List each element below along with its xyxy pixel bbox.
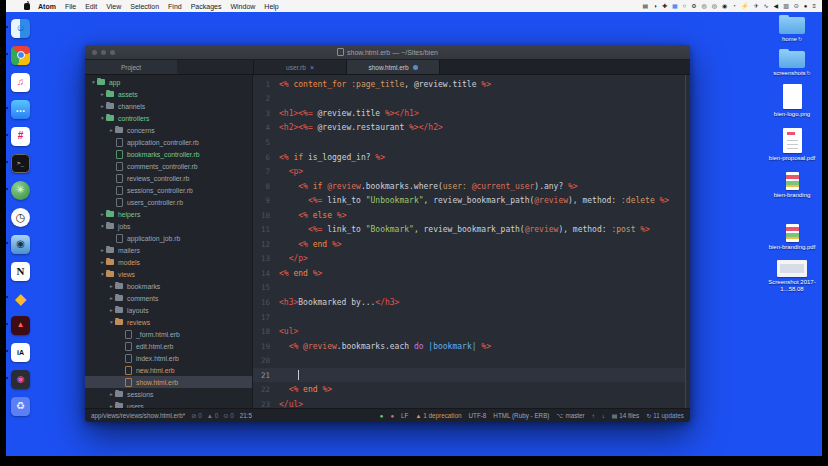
disclosure-icon[interactable]: ▸	[99, 91, 106, 97]
disclosure-icon[interactable]: ▾	[90, 79, 97, 85]
menubar-status-icon-8[interactable]: ◉	[722, 3, 727, 9]
tree-item-comments_controller.rb[interactable]: comments_controller.rb	[85, 160, 252, 172]
status-green[interactable]: ●	[380, 413, 384, 419]
close-tab-icon[interactable]: ×	[310, 64, 314, 71]
menubar-status-icon-16[interactable]: ●	[804, 3, 808, 9]
status-utf-8[interactable]: UTF-8	[469, 412, 487, 419]
menu-packages[interactable]: Packages	[191, 3, 222, 10]
code-line-14[interactable]: 14<% end %>	[253, 266, 686, 281]
code-line-5[interactable]: 5	[253, 135, 686, 150]
code-line-11[interactable]: 11 <%= link_to "Bookmark", review_bookma…	[253, 222, 686, 237]
menubar-status-icon-9[interactable]: ◔	[732, 3, 736, 9]
tree-item-concerns[interactable]: ▸concerns	[85, 124, 252, 136]
menubar-status-icon-4[interactable]: ○	[683, 3, 687, 9]
code-line-19[interactable]: 19 <% @review.bookmarks.each do |bookmar…	[253, 339, 686, 354]
tree-item-models[interactable]: ▸models	[85, 256, 252, 268]
status-file-path[interactable]: app/views/reviews/show.html.erb*	[91, 412, 185, 419]
menu-file[interactable]: File	[65, 3, 76, 10]
code-line-2[interactable]: 2	[253, 92, 686, 107]
disclosure-icon[interactable]: ▾	[99, 271, 106, 277]
dock-acrobat[interactable]: ▲	[11, 315, 31, 335]
dock-sketch[interactable]: ◆	[11, 288, 31, 308]
menubar-status-icon-5[interactable]: ⚙	[691, 3, 696, 9]
tab-project[interactable]: Project	[85, 60, 177, 74]
disclosure-icon[interactable]: ▾	[108, 319, 115, 325]
menubar-status-icon-7[interactable]: ◎	[712, 3, 717, 9]
tree-item-edit.html.erb[interactable]: edit.html.erb	[85, 340, 252, 352]
status-master[interactable]: ⌥master	[556, 412, 584, 419]
tree-item-users_controller.rb[interactable]: users_controller.rb	[85, 196, 252, 208]
code-line-17[interactable]: 17	[253, 310, 686, 325]
menubar-status-icon-6[interactable]: ◎	[702, 3, 707, 9]
menu-view[interactable]: View	[106, 3, 121, 10]
tree-item-channels[interactable]: ▸channels	[85, 100, 252, 112]
tree-item-index.html.erb[interactable]: index.html.erb	[85, 352, 252, 364]
code-line-22[interactable]: 22 <% end %>	[253, 382, 686, 397]
code-line-10[interactable]: 10 <% else %>	[253, 208, 686, 223]
dock-finder[interactable]: ☺	[11, 18, 31, 38]
disclosure-icon[interactable]: ▸	[99, 247, 106, 253]
code-line-15[interactable]: 15	[253, 281, 686, 296]
dock-messages[interactable]: …	[11, 99, 31, 119]
tree-item-helpers[interactable]: ▸helpers	[85, 208, 252, 220]
tree-item-sessions[interactable]: ▸sessions	[85, 388, 252, 400]
tree-item-users[interactable]: ▸users	[85, 400, 252, 408]
menubar-status-icon-2[interactable]: ✚	[662, 3, 667, 9]
status-11-updates[interactable]: ↻11 updates	[646, 412, 684, 419]
tree-item-sessions_controller.rb[interactable]: sessions_controller.rb	[85, 184, 252, 196]
menubar-status-icon-11[interactable]: ✈	[753, 3, 758, 9]
menubar-status-icon-14[interactable]: ▥	[783, 3, 789, 9]
tree-item-comments[interactable]: ▸comments	[85, 292, 252, 304]
dock-notion[interactable]: N	[11, 261, 31, 281]
desktop-icon-bien-proposal-pdf[interactable]: bien-proposal.pdf	[765, 128, 819, 162]
menubar-status-icon-17[interactable]: ≡	[812, 3, 816, 9]
disclosure-icon[interactable]: ▸	[99, 259, 106, 265]
desktop-icon-bien-logo-png[interactable]: bien-logo.png	[765, 84, 819, 118]
dock-green-app[interactable]: ✳	[11, 180, 31, 200]
tree-item-new.html.erb[interactable]: new.html.erb	[85, 364, 252, 376]
menu-window[interactable]: Window	[230, 3, 255, 10]
disclosure-icon[interactable]: ▸	[108, 283, 115, 289]
desktop-icon-bien-branding[interactable]: bien-branding	[765, 172, 819, 199]
code-line-23[interactable]: 23</ul>	[253, 397, 686, 408]
dock-music[interactable]: ♫	[11, 72, 31, 92]
tree-item-_form.html.erb[interactable]: _form.html.erb	[85, 328, 252, 340]
tree-item-application_job.rb[interactable]: application_job.rb	[85, 232, 252, 244]
tree-item-mailers[interactable]: ▸mailers	[85, 244, 252, 256]
menubar-status-icon-10[interactable]: ⚡	[741, 3, 749, 9]
code-line-1[interactable]: 1<% content_for :page_title, @review.tit…	[253, 77, 686, 92]
code-line-4[interactable]: 4<h2><%= @review.restaurant %></h2>	[253, 121, 686, 136]
menu-help[interactable]: Help	[264, 3, 278, 10]
menubar-status-icon-12[interactable]: ∿	[764, 3, 769, 9]
code-line-8[interactable]: 8 <% if @review.bookmarks.where(user: @c…	[253, 179, 686, 194]
disclosure-icon[interactable]: ▸	[108, 307, 115, 313]
tab-show.html.erb[interactable]: show.html.erb	[347, 60, 440, 74]
tab-user.rb[interactable]: user.rb×	[254, 60, 347, 74]
code-line-3[interactable]: 3<h1><%= @review.title %></h1>	[253, 106, 686, 121]
status-icon[interactable]: ↑	[592, 413, 595, 419]
code-line-6[interactable]: 6<% if is_logged_in? %>	[253, 150, 686, 165]
menubar-status-icon-15[interactable]: ⊙	[794, 3, 799, 9]
disclosure-icon[interactable]: ▾	[99, 115, 106, 121]
dock-slack[interactable]: #	[11, 126, 31, 146]
menubar-status-icon-1[interactable]: ◑	[653, 3, 657, 9]
desktop-icon-screenshot-2017-1-58-08[interactable]: Screenshot 2017-1...58.08	[765, 260, 819, 293]
tree-item-bookmarks_controller.rb[interactable]: bookmarks_controller.rb	[85, 148, 252, 160]
desktop-icon-screenshots[interactable]: screenshots↻	[765, 48, 819, 77]
tree-item-layouts[interactable]: ▸layouts	[85, 304, 252, 316]
dock-chrome[interactable]	[11, 45, 31, 65]
tree-item-reviews_controller.rb[interactable]: reviews_controller.rb	[85, 172, 252, 184]
disclosure-icon[interactable]: ▸	[99, 103, 106, 109]
status-icon[interactable]: ↓	[602, 413, 605, 419]
dock-clock[interactable]: ◷	[11, 207, 31, 227]
menu-selection[interactable]: Selection	[130, 3, 159, 10]
desktop-icon-home[interactable]: home↻	[765, 14, 819, 43]
disclosure-icon[interactable]: ▸	[108, 391, 115, 397]
tree-item-controllers[interactable]: ▾controllers	[85, 112, 252, 124]
zoom-window-button[interactable]	[110, 50, 115, 55]
code-line-21[interactable]: 21	[253, 368, 686, 383]
tree-item-application_controller.rb[interactable]: application_controller.rb	[85, 136, 252, 148]
status-html-ruby-erb-[interactable]: HTML (Ruby - ERB)	[493, 412, 549, 419]
code-line-18[interactable]: 18<ul>	[253, 324, 686, 339]
status-14-files[interactable]: ▤14 files	[612, 412, 640, 419]
